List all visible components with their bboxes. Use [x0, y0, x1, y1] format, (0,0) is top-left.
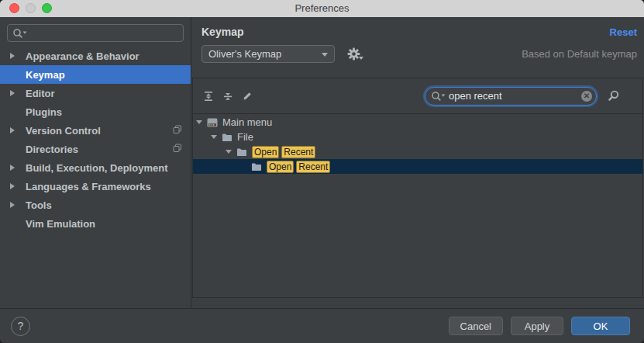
window-title: Preferences: [0, 0, 644, 17]
tree-row-label: OpenRecent: [267, 161, 332, 173]
chevron-down-icon: [322, 53, 328, 60]
sidebar-item-build-execution-deployment[interactable]: Build, Execution, Deployment: [0, 158, 191, 177]
keymap-select-value: Oliver's Keymap: [208, 48, 281, 60]
tree-row-label: OpenRecent: [252, 146, 318, 158]
settings-search-field[interactable]: [7, 24, 184, 42]
sidebar-item-appearance-behavior[interactable]: Appearance & Behavior: [0, 47, 191, 65]
sidebar-item-plugins[interactable]: Plugins: [0, 102, 191, 121]
chevron-down-icon: [359, 57, 363, 62]
expand-arrow-icon: [10, 53, 15, 59]
keymap-select[interactable]: Oliver's Keymap: [201, 45, 335, 63]
expand-all-button[interactable]: [200, 88, 217, 105]
search-match-highlight: Recent: [296, 161, 330, 173]
sidebar-item-label: Appearance & Behavior: [26, 50, 139, 62]
shared-settings-icon: [173, 125, 182, 134]
sidebar-item-editor[interactable]: Editor: [0, 84, 191, 102]
sidebar-item-label: Plugins: [26, 106, 62, 118]
based-on-label: Based on Default keymap: [522, 48, 637, 60]
shortcuts-toolbar: ✕: [193, 78, 642, 113]
main-area: Appearance & Behavior Keymap Editor Plug…: [0, 17, 644, 308]
footer-buttons: CancelApplyOK: [441, 317, 630, 335]
search-match-highlight: Recent: [281, 146, 315, 158]
dialog-footer: ? CancelApplyOK: [0, 308, 644, 343]
folder-icon: [251, 162, 262, 172]
search-icon: [12, 28, 28, 39]
search-match-highlight: Open: [267, 161, 294, 173]
sidebar-item-version-control[interactable]: Version Control: [0, 121, 191, 140]
tree-row[interactable]: File: [193, 130, 642, 144]
action-search-field: ✕: [425, 87, 597, 106]
tree-row-label: File: [237, 131, 253, 143]
tree-expand-arrow-icon: [195, 117, 203, 127]
sidebar-item-label: Version Control: [26, 125, 101, 137]
action-search-input[interactable]: [425, 87, 597, 106]
collapse-all-button[interactable]: [219, 88, 236, 105]
settings-nav: Appearance & Behavior Keymap Editor Plug…: [0, 45, 191, 233]
tree-expand-arrow-icon: [210, 132, 218, 142]
reset-link[interactable]: Reset: [610, 26, 637, 38]
sidebar-item-vim-emulation[interactable]: Vim Emulation: [0, 214, 191, 233]
edit-pencil-icon: [242, 91, 253, 102]
keymap-settings-gear-button[interactable]: [347, 47, 362, 61]
search-match-highlight: Open: [252, 146, 279, 158]
tree-row-label: Main menu: [222, 116, 272, 128]
preferences-dialog: Preferences Appearance & Behavior Keymap: [0, 0, 644, 343]
sidebar-item-keymap[interactable]: Keymap: [0, 65, 191, 84]
sidebar-item-label: Directories: [26, 144, 78, 155]
sidebar-item-languages-frameworks[interactable]: Languages & Frameworks: [0, 177, 191, 196]
expand-arrow-icon: [10, 202, 15, 208]
settings-search-input[interactable]: [28, 26, 178, 40]
help-icon: ?: [18, 320, 24, 332]
cancel-button[interactable]: Cancel: [449, 317, 503, 335]
tree-row[interactable]: OpenRecent: [193, 144, 642, 159]
settings-sidebar: Appearance & Behavior Keymap Editor Plug…: [0, 17, 191, 308]
tree-expand-arrow-icon: [225, 147, 232, 157]
shortcut-tree: Main menu File: [193, 113, 642, 297]
page-title: Keymap: [201, 26, 243, 38]
expand-arrow-icon: [10, 183, 15, 189]
sidebar-item-label: Vim Emulation: [26, 218, 95, 230]
edit-shortcut-button[interactable]: [239, 88, 256, 105]
sidebar-item-tools[interactable]: Tools: [0, 196, 191, 214]
sidebar-item-label: Languages & Frameworks: [26, 181, 151, 192]
folder-icon: [236, 147, 247, 157]
sidebar-item-label: Editor: [26, 88, 55, 99]
sidebar-item-label: Tools: [26, 199, 52, 211]
find-actions-by-shortcut-icon: [607, 89, 620, 102]
tree-row[interactable]: OpenRecent: [193, 159, 642, 174]
help-button[interactable]: ?: [11, 317, 30, 336]
expand-arrow-icon: [10, 127, 15, 133]
ok-button[interactable]: OK: [571, 317, 630, 335]
keymap-page: Keymap Reset Oliver's Keymap: [191, 17, 644, 308]
collapse-all-icon: [222, 91, 233, 102]
find-actions-by-shortcut-button[interactable]: [604, 88, 622, 105]
keymap-header: Keymap Reset Oliver's Keymap: [191, 17, 644, 78]
apply-button[interactable]: Apply: [511, 317, 563, 335]
clear-search-icon[interactable]: ✕: [581, 91, 592, 102]
sidebar-item-label: Build, Execution, Deployment: [26, 162, 167, 174]
main-menu-icon: [207, 118, 218, 127]
sidebar-item-directories[interactable]: Directories: [0, 140, 191, 158]
shared-settings-icon: [173, 144, 182, 153]
expand-arrow-icon: [10, 165, 15, 171]
titlebar: Preferences: [0, 0, 644, 17]
shortcuts-panel: ✕: [192, 78, 643, 298]
sidebar-item-label: Keymap: [26, 69, 65, 81]
expand-all-icon: [203, 91, 214, 102]
folder-icon: [222, 133, 232, 142]
tree-row[interactable]: Main menu: [193, 115, 642, 130]
expand-arrow-icon: [10, 90, 15, 96]
